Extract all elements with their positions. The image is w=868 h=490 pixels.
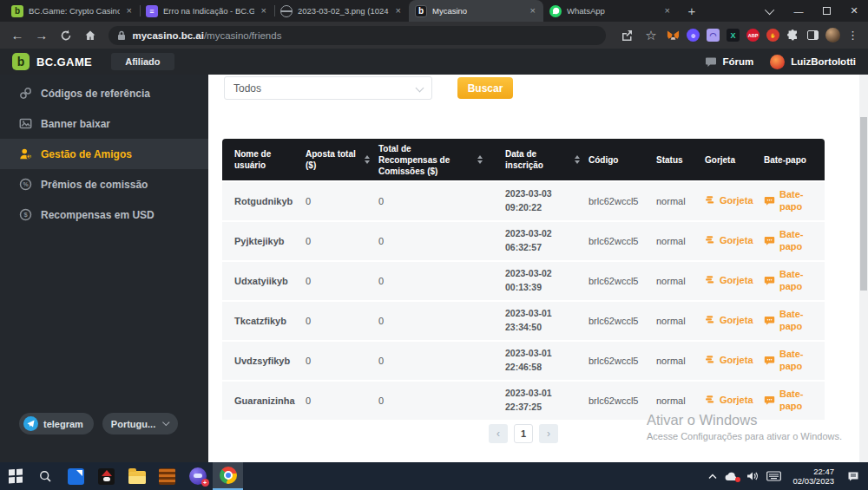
browser-tab[interactable]: 2023-03-02_3.png (1024×76× [274,0,409,22]
page-scrollbar[interactable] [859,75,868,462]
tip-link[interactable]: Gorjeta [705,395,753,405]
tab-close-icon[interactable]: × [125,6,134,16]
tab-close-icon[interactable]: × [394,6,403,16]
taskbar-app-striped-icon[interactable] [152,462,182,490]
x-exchange-extension-icon[interactable]: X [725,27,741,43]
scrollbar-thumb[interactable] [860,117,867,291]
column-header[interactable]: Data de inscrição [498,139,582,180]
sidebar-item-commission[interactable]: %Prêmios de comissão [0,169,208,199]
tab-search-chevron-icon[interactable] [757,0,785,22]
chat-link[interactable]: Bate-papo [764,189,818,213]
forward-icon[interactable]: → [31,25,52,46]
tab-close-icon[interactable]: × [529,6,537,16]
column-header[interactable]: Aposta total ($) [299,139,372,180]
minimize-icon[interactable]: — [785,0,812,22]
chat-link[interactable]: Bate-papo [764,229,818,253]
sidebar-item-link[interactable]: Códigos de referência [0,78,208,108]
taskbar-file-explorer-icon[interactable] [122,462,152,490]
cell-signup-date: 2023-03-0206:32:57 [498,227,582,255]
sort-arrows-icon[interactable] [575,155,580,164]
tip-coins-icon [705,275,715,285]
telegram-button[interactable]: telegram [19,413,94,434]
tray-cloud-icon[interactable] [725,472,739,481]
brand-name: BC.GAME [36,56,92,69]
taskbar-app-purple-icon[interactable]: + [182,462,213,490]
purple-wallet-extension-icon[interactable]: ◎ [685,27,701,43]
taskbar-clock[interactable]: 22:47 02/03/2023 [792,467,834,486]
back-icon[interactable]: ← [7,25,28,46]
taskbar-search-icon[interactable] [30,462,61,490]
taskbar-chrome-icon[interactable] [213,462,243,490]
globe-favicon [280,5,293,17]
language-selector[interactable]: Portugu... [102,413,178,434]
browser-tab[interactable]: bMycasino× [409,0,543,22]
start-button[interactable] [0,462,30,490]
extensions-puzzle-icon[interactable] [785,27,801,43]
sort-arrows-icon[interactable] [365,155,370,164]
forum-link[interactable]: Fórum [705,56,753,68]
username-label[interactable]: LuizBortolotti [791,56,856,67]
home-icon[interactable] [80,25,101,46]
tray-keyboard-icon[interactable] [766,471,781,481]
sidebar-item-usd[interactable]: $Recompensas em USD [0,199,208,230]
bcgame-dark-favicon: b [415,5,427,17]
tab-close-icon[interactable]: × [260,6,268,16]
chat-link[interactable]: Bate-papo [764,269,818,293]
tip-link[interactable]: Gorjeta [705,235,753,245]
prev-page-button[interactable]: ‹ [489,424,508,443]
cell-tip: Gorjeta [698,235,757,247]
tab-close-icon[interactable]: × [663,6,672,16]
profile-avatar[interactable] [825,27,841,43]
affiliate-tab[interactable]: Afiliado [111,53,174,70]
bookmark-star-icon[interactable]: ☆ [641,25,661,46]
system-tray: 22:47 02/03/2023 [708,467,868,486]
search-button[interactable]: Buscar [457,77,513,99]
tip-link[interactable]: Gorjeta [705,275,753,285]
chevron-down-icon [416,84,424,93]
maximize-icon[interactable] [812,0,840,22]
tip-link[interactable]: Gorjeta [705,355,753,365]
tray-volume-icon[interactable] [746,471,759,481]
chat-link[interactable]: Bate-papo [764,389,818,413]
next-page-button[interactable]: › [539,424,558,443]
ghost-wallet-extension-icon[interactable]: ◠ [705,27,721,43]
taskbar-app-amd-icon[interactable] [61,462,91,490]
tip-link[interactable]: Gorjeta [705,195,753,206]
column-label: Total de Recompensas de Comissões ($) [378,143,472,177]
close-icon[interactable]: ✕ [840,0,868,22]
filter-select[interactable]: Todos [224,76,432,100]
table-row: Tkcatzfikyb002023-03-0123:34:50brlc62wcc… [222,302,825,340]
sidebar: Códigos de referênciaBanner baixar$Gestã… [0,75,208,462]
cell-status: normal [649,316,698,326]
current-page-button[interactable]: 1 [514,424,533,443]
bcgame-logo-icon[interactable]: b [12,53,30,70]
browser-tab[interactable]: ≡Erro na Indicação - BC.Game× [140,0,274,22]
column-header[interactable]: Total de Recompensas de Comissões ($) [372,139,498,180]
browser-tab[interactable]: WhatsApp× [543,0,678,22]
sort-arrows-icon[interactable] [477,155,483,164]
abp-adblock-extension-icon[interactable]: ABP [745,27,761,43]
taskbar-app-dark-icon[interactable] [91,462,122,490]
metamask-extension-icon[interactable] [665,27,681,43]
user-avatar[interactable] [770,55,785,69]
share-icon[interactable] [616,25,637,46]
chat-link[interactable]: Bate-papo [764,349,818,373]
tab-title: Mycasino [432,6,523,16]
new-tab-button[interactable]: + [681,1,702,22]
cell-signup-date: 2023-03-0123:34:50 [498,307,582,335]
address-bar[interactable]: mycasino.bc.ai /mycasino/friends [108,26,606,45]
sidebar-item-banner[interactable]: Banner baixar [0,108,208,139]
red-stop-extension-icon[interactable]: ✋ [765,27,781,43]
chat-link[interactable]: Bate-papo [764,309,818,333]
tray-expand-chevron-icon[interactable] [708,474,717,480]
clock-time: 22:47 [792,467,834,476]
tip-link[interactable]: Gorjeta [705,315,753,325]
browser-tab[interactable]: bBC.Game: Crypto Casino Gam× [5,0,140,22]
reload-icon[interactable] [56,25,76,46]
notification-center-icon[interactable] [847,471,859,482]
column-header: Status [649,139,698,180]
sidebar-item-friends[interactable]: $Gestão de Amigos [0,139,208,169]
side-panel-icon[interactable] [805,27,821,43]
cell-status: normal [649,236,698,246]
browser-menu-icon[interactable]: ⋮ [845,27,861,43]
